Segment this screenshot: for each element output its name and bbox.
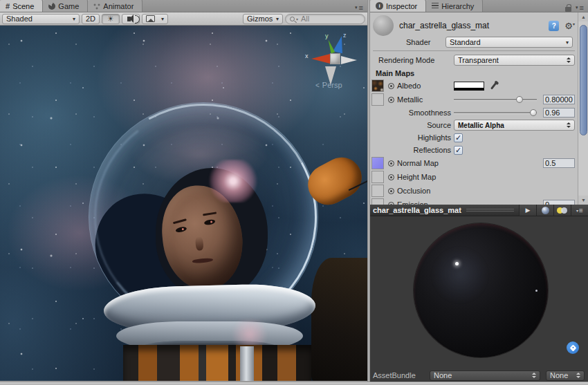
highlights-checkbox[interactable]: ✓ [454,133,463,142]
normal-map-thumbnail[interactable] [371,157,384,169]
preview-viewport[interactable] [370,216,588,369]
main-maps-section-title: Main Maps [370,66,578,79]
scene-search-input[interactable]: ▾ All [285,14,365,24]
shader-dropdown[interactable]: Standard ▾ [445,37,573,48]
inspector-panel-menu[interactable]: ▾ ≡ [561,3,588,12]
lighting-icon [557,207,568,214]
scene-panel-menu-icon[interactable]: ▾ ≡ [351,3,367,12]
scene-viewport[interactable]: x y z < Persp [0,26,367,381]
pink-nebula-reflection [208,160,258,203]
metallic-value-field[interactable]: 0.80000 [543,95,575,104]
preview-shape-button[interactable] [536,205,553,216]
assetbundle-dropdown[interactable]: None [430,370,540,381]
preview-header[interactable]: char_astrella_glass_mat ▶ ▾≡ [370,205,588,216]
scene-lighting-toggle[interactable]: ☀ [102,14,120,24]
source-dropdown[interactable]: Metallic Alpha [454,120,575,131]
suit-shoulder [311,258,367,381]
tab-animator-label: Animator [103,2,134,10]
lock-icon[interactable] [565,7,571,12]
slider-knob[interactable] [530,109,537,116]
window-bottom-edge [0,382,588,385]
search-placeholder: All [300,15,309,23]
rendering-mode-dropdown[interactable]: Transparent [454,55,575,66]
hierarchy-icon [432,3,439,9]
axis-x-label: x [305,53,309,59]
2d-toggle-button[interactable]: 2D [82,14,100,24]
info-icon: i [376,2,383,10]
reflections-checkbox[interactable]: ✓ [454,146,463,155]
row-reflections: Reflections ✓ [370,144,578,156]
axis-x-cone[interactable] [311,54,330,64]
axis-east-cone[interactable] [341,56,357,64]
chevron-down-icon: ▾ [273,16,279,22]
unity-editor-window: # Scene Game Animator ▾ ≡ Shaded ▾ 2D [0,0,588,385]
texture-picker-icon[interactable] [388,83,394,89]
scene-audio-toggle[interactable] [122,14,140,24]
texture-picker-icon[interactable] [388,188,394,194]
metallic-texture-thumbnail[interactable] [371,93,384,106]
gear-icon[interactable]: ⚙▾ [564,20,575,30]
material-sphere-icon [373,15,394,36]
row-metallic: Metallic 0.80000 [370,93,578,106]
occlusion-thumbnail[interactable] [371,185,384,197]
material-preview-panel: char_astrella_glass_mat ▶ ▾≡ [370,205,588,382]
shader-label: Shader [406,38,444,46]
tab-game[interactable]: Game [43,0,88,12]
eyedropper-icon[interactable] [490,82,497,90]
preview-play-button[interactable]: ▶ [519,205,536,216]
inspector-scrollbar[interactable]: ▲ ▼ [578,12,588,205]
updown-arrows-icon [564,122,571,128]
shading-mode-label: Shaded [6,15,33,23]
perspective-toggle[interactable]: < Persp [315,81,342,89]
row-normal-map: Normal Map 0.5 [370,156,578,170]
help-icon[interactable]: ? [549,21,559,31]
material-header: char_astrella_glass_mat ? ⚙▾ Shader Stan… [370,12,578,51]
scroll-down-arrow[interactable]: ▼ [578,196,588,205]
axis-y-label: y [325,32,329,39]
albedo-texture-thumbnail[interactable] [371,79,384,92]
smoothness-slider[interactable] [454,108,537,118]
height-map-thumbnail[interactable] [371,171,384,183]
scroll-up-arrow[interactable]: ▲ [578,12,588,21]
chevron-down-icon: ▾ [158,16,164,22]
sun-icon: ☀ [107,15,114,22]
tab-hierarchy[interactable]: Hierarchy [426,0,483,12]
scrollbar-thumb[interactable] [580,25,587,135]
tab-inspector[interactable]: i Inspector [370,0,426,12]
texture-picker-icon[interactable] [388,174,394,180]
row-height-map: Height Map [370,170,578,184]
preview-lighting-button[interactable] [553,205,571,216]
tab-game-label: Game [58,2,79,10]
tab-scene[interactable]: # Scene [0,0,43,12]
tab-inspector-label: Inspector [386,2,417,10]
texture-picker-icon[interactable] [388,97,394,103]
game-icon [48,3,55,10]
sphere-reflection [433,248,487,302]
scene-effects-dropdown[interactable]: ▾ [142,14,168,24]
albedo-color-swatch[interactable] [454,82,484,91]
normal-map-value-field[interactable]: 0.5 [543,158,575,168]
tag-icon [569,344,576,351]
scene-grid-icon: # [6,2,10,10]
assetbundle-variant-dropdown[interactable]: None [546,370,585,381]
row-source: Source Metallic Alpha [370,119,578,131]
shading-mode-dropdown[interactable]: Shaded ▾ [2,14,80,24]
tab-animator[interactable]: Animator [88,0,143,12]
metallic-label: Metallic [397,95,423,104]
normal-map-label: Normal Map [397,159,439,167]
tab-hierarchy-label: Hierarchy [441,2,474,10]
preview-menu-icon[interactable]: ▾≡ [571,205,588,216]
gizmo-center-cube[interactable] [330,53,340,64]
drag-handle[interactable] [466,209,514,212]
astronaut-eye [204,219,216,226]
assetbundle-label: AssetBundle [373,371,427,379]
metallic-slider[interactable] [454,95,537,104]
texture-picker-icon[interactable] [388,160,394,167]
search-icon [290,17,295,21]
smoothness-value-field[interactable]: 0.96 [543,108,575,118]
updown-arrows-icon [564,57,571,63]
asset-labels-button[interactable] [567,341,579,354]
slider-knob[interactable] [516,96,523,103]
gizmos-dropdown[interactable]: Gizmos ▾ [243,14,283,24]
row-smoothness: Smoothness 0.96 [370,106,578,119]
